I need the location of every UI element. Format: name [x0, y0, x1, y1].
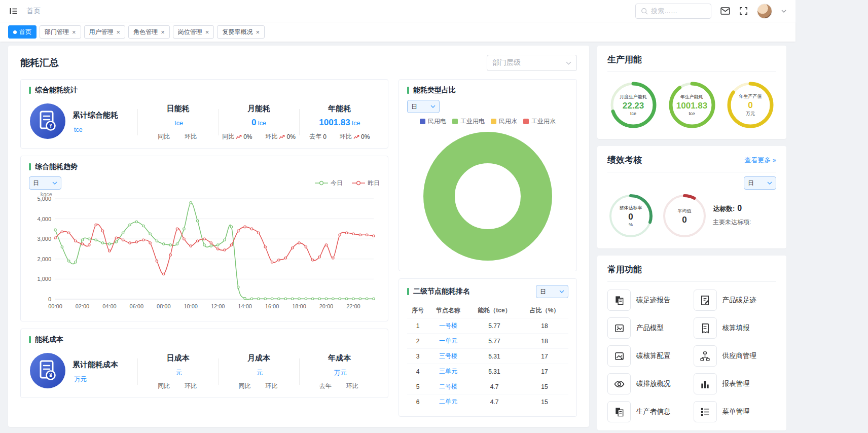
card-title: 能耗类型占比: [407, 86, 568, 95]
close-icon[interactable]: ×: [256, 28, 260, 36]
sidebar: 生产用能 月度生产能耗 22.23 tce 年生产能耗 1001.83 tce: [597, 46, 786, 430]
metric-label: 年能耗: [328, 104, 351, 114]
carbon-footprint-report-icon: [607, 290, 631, 311]
tab-4[interactable]: 岗位管理×: [173, 25, 214, 39]
metric-value: 0tce: [251, 118, 266, 128]
cell-energy: 4.7: [468, 394, 521, 410]
metric-label: 月能耗: [247, 104, 270, 114]
tab-0[interactable]: 首页: [8, 25, 37, 39]
legend-item[interactable]: 工业用水: [523, 117, 556, 126]
menu-management-icon: [694, 401, 717, 422]
tab-label: 部门管理: [45, 28, 69, 37]
legend-item[interactable]: 昨日: [352, 179, 380, 188]
hierarchy-select[interactable]: 部门层级: [487, 55, 577, 71]
avatar[interactable]: [757, 4, 772, 19]
fullscreen-icon[interactable]: [739, 7, 748, 15]
node-name-link[interactable]: 三单元: [428, 364, 468, 379]
function-item[interactable]: 报表管理: [694, 373, 777, 394]
sub-metric: 去年0: [309, 132, 327, 141]
function-item[interactable]: 菜单管理: [694, 401, 777, 422]
chevron-down-icon: [52, 182, 57, 185]
node-name-link[interactable]: 二号楼: [428, 379, 468, 394]
legend-item[interactable]: 工业用电: [452, 117, 485, 126]
svg-text:¥: ¥: [49, 123, 52, 129]
tab-label: 首页: [19, 28, 31, 37]
trend-period-select[interactable]: 日: [29, 176, 61, 190]
svg-text:¥: ¥: [49, 373, 52, 378]
sub-metric: 环比0%: [340, 132, 370, 141]
card-title: 二级节点能耗排名: [407, 287, 470, 296]
function-item[interactable]: 供应商管理: [694, 345, 777, 367]
node-name-link[interactable]: 一号楼: [428, 318, 468, 334]
energy-cost-card: 能耗成本 ¥ 累: [20, 329, 388, 398]
legend-item[interactable]: 今日: [315, 179, 343, 188]
search-input[interactable]: [651, 7, 702, 15]
tab-label: 岗位管理: [178, 28, 202, 37]
view-more-link[interactable]: 查看更多 »: [744, 156, 776, 165]
cell-percent: 15: [521, 379, 568, 394]
node-name-link[interactable]: 三号楼: [428, 349, 468, 364]
chevron-down-icon: [566, 61, 571, 65]
breadcrumb[interactable]: 首页: [26, 7, 41, 16]
cost-doc-icon: ¥: [30, 353, 65, 390]
cell-index: 6: [407, 394, 428, 410]
production-gauges: 月度生产能耗 22.23 tce 年生产能耗 1001.83 tce 年生产产值…: [607, 72, 776, 131]
close-icon[interactable]: ×: [161, 28, 165, 36]
svg-text:5,000: 5,000: [37, 196, 51, 202]
function-label: 碳足迹报告: [636, 296, 671, 305]
svg-text:00:00: 00:00: [48, 303, 62, 309]
search-icon: [641, 8, 648, 15]
function-item[interactable]: 碳核算配置: [607, 345, 691, 367]
type-period-select[interactable]: 日: [407, 100, 440, 113]
cell-energy: 5.31: [468, 364, 521, 379]
node-name-link[interactable]: 一单元: [428, 334, 468, 349]
svg-text:06:00: 06:00: [130, 303, 144, 309]
tab-label: 角色管理: [133, 28, 158, 37]
tab-3[interactable]: 角色管理×: [128, 25, 170, 39]
hierarchy-select-value: 部门层级: [492, 58, 521, 67]
cell-percent: 17: [521, 349, 568, 364]
tab-2[interactable]: 用户管理×: [84, 25, 126, 39]
cell-index: 5: [407, 379, 428, 394]
performance-period-select[interactable]: 日: [744, 176, 776, 190]
reach-count: 达标数:0: [713, 204, 751, 213]
app: 首页 首页部门管理×用户管理×角色管理×岗位管理×复费率概况×: [0, 0, 795, 433]
quick-functions-card: 常用功能 碳足迹报告 产品碳足迹 产品模型 核算填报 碳核算配置 供应商管理 碳…: [597, 256, 786, 430]
chevron-down-icon[interactable]: [781, 10, 786, 13]
menu-fold-icon[interactable]: [9, 7, 18, 16]
metric-group: 日成本 元 同比环比: [138, 352, 218, 390]
trend-up-icon: [353, 134, 359, 139]
sub-metric: 环比0%: [265, 132, 295, 141]
chevron-down-icon: [559, 290, 564, 293]
metric-value: 元: [255, 367, 263, 378]
cell-index: 4: [407, 364, 428, 379]
mail-icon[interactable]: [720, 7, 730, 15]
cell-percent: 18: [521, 318, 568, 334]
function-item[interactable]: 生产者信息: [607, 401, 691, 422]
gauge-production-1: 年生产能耗 1001.83 tce: [667, 80, 717, 130]
svg-text:12:00: 12:00: [211, 303, 225, 309]
function-item[interactable]: 核算填报: [694, 317, 777, 339]
legend-item[interactable]: 民用电: [420, 117, 446, 126]
energy-summary-panel: 能耗汇总 部门层级 综合能耗统计: [8, 46, 589, 427]
close-icon[interactable]: ×: [117, 28, 121, 36]
trend-up-icon: [236, 134, 242, 139]
ranking-period-select[interactable]: 日: [536, 285, 568, 298]
tab-5[interactable]: 复费率概况×: [217, 25, 265, 39]
cell-energy: 5.31: [468, 349, 521, 364]
svg-text:02:00: 02:00: [76, 303, 90, 309]
close-icon[interactable]: ×: [205, 28, 209, 36]
function-item[interactable]: 产品碳足迹: [694, 290, 777, 311]
chevron-down-icon: [430, 105, 436, 108]
svg-text:22:00: 22:00: [346, 303, 360, 309]
function-item[interactable]: 产品模型: [607, 317, 691, 339]
active-tab-dot: [13, 30, 17, 34]
function-item[interactable]: 碳足迹报告: [607, 290, 691, 311]
tab-1[interactable]: 部门管理×: [40, 25, 81, 39]
function-item[interactable]: 碳排放概况: [607, 373, 691, 394]
close-icon[interactable]: ×: [72, 28, 76, 36]
function-label: 菜单管理: [722, 407, 750, 416]
node-name-link[interactable]: 二单元: [428, 394, 468, 410]
table-row: 1一号楼5.7718: [407, 318, 568, 334]
legend-item[interactable]: 民用水: [491, 117, 517, 126]
